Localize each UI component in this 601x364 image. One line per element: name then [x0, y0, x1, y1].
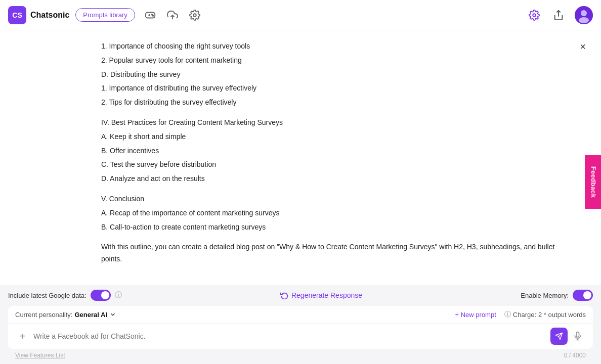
input-row: + — [8, 324, 593, 349]
input-box: Current personality: General AI + New pr… — [8, 306, 593, 349]
logo-icon: CS — [8, 6, 26, 24]
chat-area: × 1. Importance of choosing the right su… — [0, 30, 601, 364]
regenerate-label: Regenerate Response — [291, 291, 362, 299]
line-6: IV. Best Practices for Creating Content … — [101, 117, 561, 129]
header: CS Chatsonic Prompts library — [0, 0, 601, 30]
chat-messages: × 1. Importance of choosing the right su… — [0, 30, 601, 285]
header-icons — [143, 8, 202, 22]
microphone-button[interactable] — [570, 328, 586, 344]
line-2: 2. Popular survey tools for content mark… — [101, 55, 561, 67]
personality-row: Current personality: General AI + New pr… — [8, 306, 593, 324]
send-button[interactable] — [550, 328, 568, 345]
personality-select[interactable]: General AI — [74, 311, 116, 318]
personality-value: General AI — [74, 311, 107, 318]
line-12: A. Recap of the importance of content ma… — [101, 207, 561, 219]
svg-point-11 — [579, 17, 589, 23]
message-content: 1. Importance of choosing the right surv… — [101, 40, 561, 265]
prompts-library-button[interactable]: Prompts library — [75, 8, 135, 22]
charge-info: ⓘ Charge: 2 * output words — [504, 310, 586, 319]
charge-value: 2 * output words — [538, 311, 586, 318]
line-1: 1. Importance of choosing the right surv… — [101, 40, 561, 53]
google-data-toggle[interactable] — [91, 290, 111, 301]
info-small-icon: ⓘ — [504, 310, 511, 319]
memory-label: Enable Memory: — [521, 292, 569, 299]
cloud-upload-icon[interactable] — [165, 8, 180, 22]
bottom-bar: Include latest Google data: ⓘ Regenerate… — [0, 285, 601, 364]
svg-point-7 — [533, 14, 536, 17]
regenerate-button[interactable]: Regenerate Response — [280, 291, 362, 299]
svg-rect-12 — [577, 332, 579, 337]
game-controller-icon[interactable] — [143, 8, 157, 22]
close-button[interactable]: × — [575, 38, 591, 55]
view-features-link[interactable]: View Features List — [15, 352, 65, 359]
closing-text: With this outline, you can create a deta… — [101, 241, 561, 265]
footer-row: View Features List 0 / 4000 — [8, 349, 593, 359]
main-area: × 1. Importance of choosing the right su… — [0, 30, 601, 364]
line-7: A. Keep it short and simple — [101, 131, 561, 143]
line-4: 1. Importance of distributing the survey… — [101, 82, 561, 95]
memory-toggle[interactable] — [573, 290, 593, 301]
chat-input[interactable] — [33, 332, 546, 340]
header-right — [526, 6, 593, 24]
svg-point-10 — [581, 10, 587, 16]
logo-area: CS Chatsonic — [8, 6, 69, 24]
gear-icon[interactable] — [188, 8, 202, 22]
line-9: C. Test the survey before distribution — [101, 159, 561, 171]
google-data-area: Include latest Google data: ⓘ — [8, 290, 122, 301]
line-11: V. Conclusion — [101, 193, 561, 205]
info-icon[interactable]: ⓘ — [115, 291, 122, 300]
google-data-label: Include latest Google data: — [8, 292, 87, 299]
share-icon[interactable] — [550, 7, 567, 23]
svg-point-4 — [152, 15, 153, 16]
line-5: 2. Tips for distributing the survey effe… — [101, 97, 561, 109]
add-attachment-button[interactable]: + — [15, 329, 29, 343]
avatar[interactable] — [575, 6, 593, 24]
app-name: Chatsonic — [30, 11, 69, 20]
controls-row: Include latest Google data: ⓘ Regenerate… — [8, 290, 593, 301]
settings-icon[interactable] — [526, 7, 542, 23]
memory-area: Enable Memory: — [521, 290, 593, 301]
svg-point-6 — [193, 14, 196, 17]
line-3: D. Distributing the survey — [101, 69, 561, 81]
feedback-tab[interactable]: Feedback — [584, 155, 601, 209]
personality-right: + New prompt ⓘ Charge: 2 * output words — [455, 310, 586, 319]
line-8: B. Offer incentives — [101, 145, 561, 157]
new-prompt-button[interactable]: + New prompt — [455, 311, 496, 318]
personality-label: Current personality: — [15, 311, 72, 318]
word-count: 0 / 4000 — [564, 352, 586, 359]
charge-label: Charge: — [513, 311, 536, 318]
line-13: B. Call-to-action to create content mark… — [101, 221, 561, 234]
line-10: D. Analyze and act on the results — [101, 173, 561, 185]
